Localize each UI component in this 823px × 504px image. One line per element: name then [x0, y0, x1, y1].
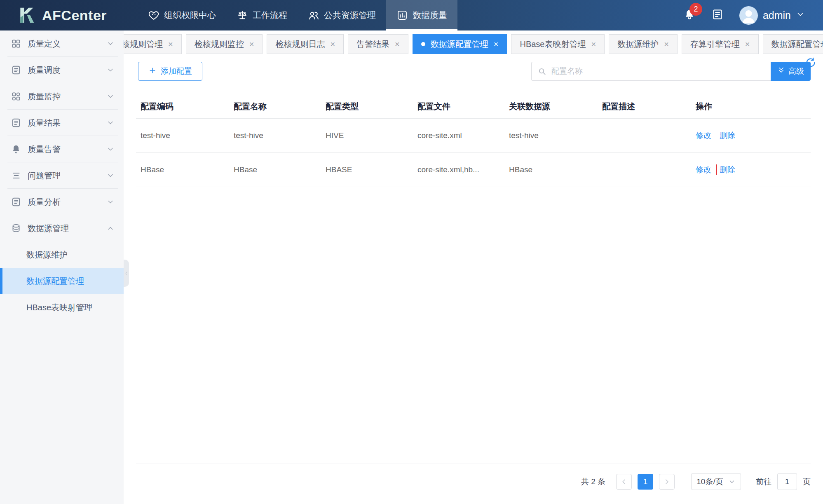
tab-datasource-maintenance[interactable]: 数据源维护×: [609, 34, 678, 54]
table-row: test-hivetest-hiveHIVEcore-site.xmltest-…: [136, 119, 811, 153]
tab-alert-results[interactable]: 告警结果×: [348, 34, 408, 54]
column-header: 操作: [691, 101, 811, 112]
table-header-row: 配置编码配置名称配置类型配置文件关联数据源配置描述操作: [136, 94, 811, 119]
sidebar-item-label: 质量分析: [28, 197, 61, 208]
table-cell: HBase: [136, 165, 229, 174]
delete-link[interactable]: 删除: [720, 130, 735, 141]
nav-item-public-resources[interactable]: 公共资源管理: [298, 0, 386, 30]
sidebar-item-quality-definition[interactable]: 质量定义: [0, 30, 124, 57]
nav-item-label: 公共资源管理: [324, 9, 376, 21]
advanced-search-button[interactable]: 高级: [771, 62, 811, 81]
sidebar-subitem-datasource-config-management[interactable]: 数据源配置管理: [0, 268, 124, 294]
chevron-down-icon: [106, 66, 115, 74]
tab-rule-management[interactable]: 检核规则管理×: [124, 34, 182, 54]
tab-rule-logs[interactable]: 检核规则日志×: [267, 34, 344, 54]
search-area: 高级: [531, 62, 811, 81]
page-unit-label: 页: [803, 476, 811, 487]
highlight-box: 修改: [691, 164, 717, 175]
tab-label: 数据源维护: [617, 39, 659, 50]
prev-page-button[interactable]: [616, 474, 632, 490]
next-page-button[interactable]: [659, 474, 675, 490]
tab-rule-monitoring[interactable]: 检核规则监控×: [186, 34, 263, 54]
modify-link[interactable]: 修改: [696, 130, 711, 141]
tab-close-icon[interactable]: ×: [168, 40, 173, 48]
sidebar-subitem-datasource-maintenance[interactable]: 数据源维护: [0, 241, 124, 268]
goto-label: 前往: [756, 476, 771, 487]
sidebar-item-quality-alerts[interactable]: 质量告警: [0, 136, 124, 162]
nav-item-label: 工作流程: [253, 9, 287, 21]
tab-hbase-table-mapping[interactable]: HBase表映射管理×: [511, 34, 605, 54]
nav-item-workflow[interactable]: 工作流程: [226, 0, 298, 30]
delete-link[interactable]: 删除: [720, 164, 735, 175]
chevron-down-icon: [106, 119, 115, 127]
sidebar-item-issue-management[interactable]: 问题管理: [0, 162, 124, 189]
sidebar-item-quality-monitoring[interactable]: 质量监控: [0, 83, 124, 110]
tab-label: 数据源配置管理: [771, 39, 823, 50]
tab-storage-engine-management[interactable]: 存算引擎管理×: [682, 34, 759, 54]
sidebar-item-label: 质量结果: [28, 117, 61, 129]
tab-label: 检核规则管理: [124, 39, 163, 50]
empty-space: [136, 187, 811, 464]
tab-label: 检核规则监控: [195, 39, 244, 50]
modify-link[interactable]: 修改: [696, 164, 711, 175]
doc-icon: [11, 117, 21, 128]
table-cell: HBASE: [321, 165, 413, 174]
table-cell: HBase: [504, 165, 598, 174]
row-actions: 修改删除: [691, 130, 811, 141]
tab-label: HBase表映射管理: [520, 39, 586, 50]
tab-close-icon[interactable]: ×: [395, 40, 400, 48]
navbar-right: 2 admin: [683, 0, 823, 30]
chevron-down-icon: [106, 171, 115, 180]
sidebar-item-quality-scheduling[interactable]: 质量调度: [0, 57, 124, 83]
tab-bar: 检核规则管理×检核规则监控×检核规则日志×告警结果×数据源配置管理×HBase表…: [124, 30, 823, 55]
toolbar: 添加配置 高级: [136, 62, 811, 81]
config-table: 配置编码配置名称配置类型配置文件关联数据源配置描述操作test-hivetest…: [136, 94, 811, 187]
brand-name: AFCenter: [42, 7, 107, 23]
sidebar-item-label: 质量监控: [28, 91, 61, 102]
sidebar: 质量定义质量调度质量监控质量结果质量告警问题管理质量分析数据源管理数据源维护数据…: [0, 30, 124, 504]
chevron-down-icon: [106, 145, 115, 153]
document-list-icon[interactable]: [711, 8, 724, 22]
heart-icon: [148, 9, 159, 21]
page-panel: 添加配置 高级 配置编码配置名称配置类型配置文件关联数据源配置描述操作test-…: [124, 55, 823, 504]
user-menu[interactable]: admin: [739, 6, 805, 25]
sidebar-item-quality-results[interactable]: 质量结果: [0, 110, 124, 136]
tab-close-icon[interactable]: ×: [664, 40, 669, 48]
column-header: 配置描述: [598, 101, 691, 112]
tab-close-icon[interactable]: ×: [591, 40, 596, 48]
user-name: admin: [763, 9, 791, 21]
goto-page-input[interactable]: [777, 473, 797, 490]
plus-icon: [148, 66, 157, 77]
sidebar-item-label: 数据源管理: [28, 223, 69, 234]
tab-close-icon[interactable]: ×: [249, 40, 254, 48]
sidebar-collapse-handle[interactable]: [124, 260, 129, 287]
page-1-button[interactable]: 1: [638, 474, 653, 490]
add-config-button[interactable]: 添加配置: [138, 62, 202, 81]
sidebar-item-quality-analysis[interactable]: 质量分析: [0, 189, 124, 215]
notifications-button[interactable]: 2: [683, 8, 696, 22]
search-input[interactable]: [531, 62, 771, 81]
sidebar-menu: 质量定义质量调度质量监控质量结果质量告警问题管理质量分析数据源管理数据源维护数据…: [0, 30, 124, 321]
column-header: 配置类型: [321, 101, 413, 112]
grid-icon: [11, 38, 21, 49]
advanced-label: 高级: [788, 66, 804, 77]
page-size-select[interactable]: 10条/页: [691, 473, 741, 490]
chevron-up-icon: [106, 224, 115, 232]
tab-close-icon[interactable]: ×: [745, 40, 750, 48]
double-chevron-down-icon: [777, 66, 785, 76]
sidebar-item-label: 质量调度: [28, 65, 61, 76]
tab-datasource-config-management-2[interactable]: 数据源配置管理×: [763, 34, 823, 54]
tab-close-icon[interactable]: ×: [494, 40, 499, 48]
main-area: 质量定义质量调度质量监控质量结果质量告警问题管理质量分析数据源管理数据源维护数据…: [0, 30, 823, 504]
tab-datasource-config-management[interactable]: 数据源配置管理×: [413, 34, 507, 54]
tab-label: 告警结果: [356, 39, 389, 50]
chevron-down-icon: [106, 198, 115, 206]
sidebar-subitem-hbase-table-mapping[interactable]: HBase表映射管理: [0, 294, 124, 321]
doc-icon: [11, 197, 21, 207]
sidebar-subitem-label: 数据源配置管理: [26, 276, 84, 287]
sidebar-item-datasource-management[interactable]: 数据源管理: [0, 215, 124, 241]
nav-item-org-permission-center[interactable]: 组织权限中心: [138, 0, 226, 30]
tab-close-icon[interactable]: ×: [330, 40, 335, 48]
nav-item-data-quality[interactable]: 数据质量: [386, 0, 457, 30]
tab-label: 数据源配置管理: [431, 39, 488, 50]
